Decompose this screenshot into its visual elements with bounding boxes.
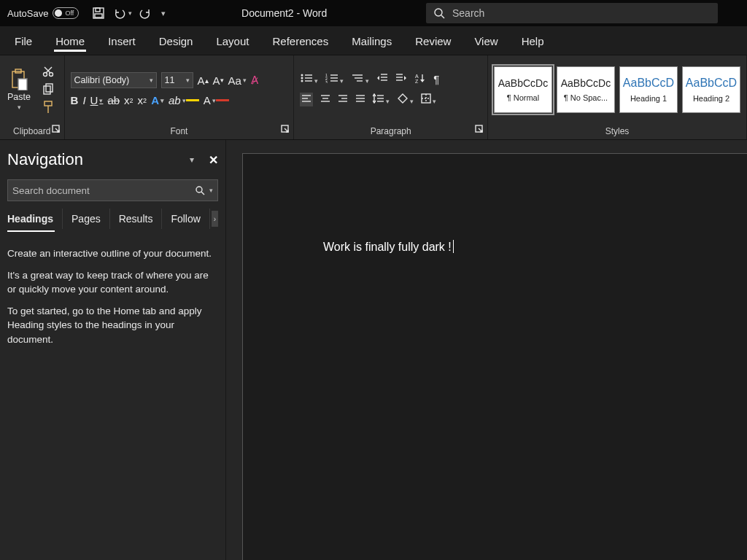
tab-review[interactable]: Review — [403, 29, 462, 55]
nav-tabs-scroll-icon[interactable]: › — [212, 211, 218, 227]
font-launcher-icon[interactable] — [280, 125, 290, 135]
quick-access-toolbar: ▾ ▾ — [86, 7, 171, 20]
nav-menu-icon[interactable]: ▾ — [190, 155, 194, 165]
paragraph-group-label: Paragraph — [371, 126, 411, 136]
save-icon[interactable] — [92, 7, 105, 20]
copy-icon[interactable] — [42, 83, 54, 95]
italic-button[interactable]: I — [82, 94, 85, 106]
svg-point-18 — [301, 74, 303, 76]
nav-hint-2: It's a great way to keep track of where … — [7, 268, 218, 297]
svg-text:3: 3 — [325, 80, 328, 83]
justify-icon[interactable] — [355, 94, 365, 105]
style-normal[interactable]: AaBbCcDc ¶ Normal — [494, 66, 552, 113]
search-icon — [433, 7, 445, 19]
font-color-icon[interactable]: A▾ — [204, 94, 229, 106]
search-placeholder: Search — [452, 7, 484, 19]
svg-point-3 — [435, 9, 442, 16]
group-clipboard: Paste ▾ Clipboard — [0, 55, 65, 139]
clear-formatting-icon[interactable]: A̷ — [251, 74, 258, 87]
svg-text:Z: Z — [415, 79, 419, 83]
style-no-spacing[interactable]: AaBbCcDc ¶ No Spac... — [557, 66, 615, 113]
underline-button[interactable]: U▾ — [90, 94, 104, 106]
svg-line-4 — [441, 15, 444, 18]
change-case-icon[interactable]: Aa▾ — [228, 74, 247, 87]
style-heading-1[interactable]: AaBbCcD Heading 1 — [619, 66, 678, 113]
highlight-color-icon[interactable]: ab▾ — [169, 94, 199, 106]
tell-me-search[interactable]: Search — [426, 3, 718, 23]
clipboard-icon — [9, 69, 28, 90]
paste-button[interactable]: Paste ▾ — [6, 66, 32, 114]
font-group-label: Font — [170, 126, 187, 136]
svg-rect-12 — [44, 86, 50, 94]
svg-rect-7 — [18, 79, 27, 90]
sort-icon[interactable]: AZ — [414, 73, 426, 85]
tab-layout[interactable]: Layout — [204, 29, 260, 55]
title-bar: AutoSave Off ▾ ▾ Document2 - Word Search — [0, 0, 747, 26]
style-heading-2[interactable]: AaBbCcD Heading 2 — [682, 66, 740, 113]
superscript-button[interactable]: x2 — [138, 94, 147, 106]
close-icon[interactable]: ✕ — [209, 153, 218, 167]
styles-group-label: Styles — [605, 126, 630, 136]
grow-font-icon[interactable]: A▴ — [198, 74, 209, 87]
window-title: Document2 - Word — [171, 7, 426, 19]
shrink-font-icon[interactable]: A▾ — [213, 74, 224, 87]
show-marks-icon[interactable]: ¶ — [433, 73, 439, 85]
align-left-icon[interactable] — [300, 93, 313, 106]
tab-design[interactable]: Design — [147, 29, 205, 55]
redo-icon[interactable] — [139, 7, 152, 20]
autosave-switch[interactable]: Off — [53, 7, 79, 19]
numbering-icon[interactable]: 123▾ — [325, 73, 344, 85]
document-body-text[interactable]: Work is finally fully dark ! — [323, 240, 686, 254]
nav-tab-pages[interactable]: Pages — [63, 209, 110, 229]
shading-icon[interactable]: ▾ — [397, 93, 414, 106]
group-font: Calibri (Body)▾ 11▾ A▴ A▾ Aa▾ A̷ B I U▾ … — [65, 55, 295, 139]
tab-help[interactable]: Help — [510, 29, 556, 55]
nav-tab-headings[interactable]: Headings — [7, 209, 63, 229]
line-spacing-icon[interactable]: ▾ — [373, 93, 390, 106]
document-canvas[interactable]: Work is finally fully dark ! — [226, 140, 747, 560]
format-painter-icon[interactable] — [42, 101, 54, 114]
increase-indent-icon[interactable] — [395, 73, 407, 85]
nav-tab-results[interactable]: Results — [110, 209, 163, 229]
paragraph-launcher-icon[interactable] — [474, 125, 484, 135]
clipboard-group-label: Clipboard — [13, 126, 50, 136]
clipboard-launcher-icon[interactable] — [51, 125, 61, 135]
svg-rect-1 — [96, 8, 100, 12]
autosave-label: AutoSave — [7, 8, 48, 19]
text-effects-icon[interactable]: A▾ — [151, 94, 164, 106]
svg-point-8 — [43, 72, 47, 76]
strikethrough-button[interactable]: ab — [107, 94, 120, 106]
svg-text:A: A — [415, 74, 419, 79]
borders-icon[interactable]: ▾ — [421, 93, 436, 106]
navigation-pane: Navigation ▾ ✕ Search document ▾ Heading… — [0, 140, 226, 560]
tab-insert[interactable]: Insert — [96, 29, 147, 55]
nav-tab-follow[interactable]: Follow — [162, 209, 209, 229]
svg-rect-13 — [46, 84, 53, 92]
bullets-icon[interactable]: ▾ — [300, 73, 318, 85]
svg-rect-14 — [44, 101, 52, 106]
paste-label: Paste — [7, 92, 31, 102]
tab-home[interactable]: Home — [44, 29, 96, 55]
customize-qat-icon[interactable]: ▾ — [160, 9, 166, 18]
align-center-icon[interactable] — [320, 94, 330, 105]
font-name-combo[interactable]: Calibri (Body)▾ — [71, 72, 157, 88]
align-right-icon[interactable] — [338, 94, 348, 105]
decrease-indent-icon[interactable] — [376, 73, 388, 85]
tab-mailings[interactable]: Mailings — [340, 29, 403, 55]
undo-icon[interactable]: ▾ — [112, 7, 132, 20]
subscript-button[interactable]: x2 — [124, 94, 133, 106]
nav-hint-1: Create an interactive outline of your do… — [7, 246, 218, 261]
multilevel-list-icon[interactable]: ▾ — [351, 73, 369, 85]
tab-view[interactable]: View — [462, 29, 509, 55]
tab-references[interactable]: References — [260, 29, 340, 55]
ribbon-tabs: File Home Insert Design Layout Reference… — [0, 26, 747, 55]
svg-line-63 — [201, 192, 204, 195]
nav-search-input[interactable]: Search document ▾ — [7, 179, 218, 201]
document-page[interactable]: Work is finally fully dark ! — [242, 153, 747, 560]
cut-icon[interactable] — [42, 66, 54, 77]
tab-file[interactable]: File — [3, 29, 44, 55]
bold-button[interactable]: B — [71, 94, 79, 106]
svg-point-62 — [196, 187, 202, 192]
font-size-combo[interactable]: 11▾ — [161, 72, 193, 88]
autosave-toggle[interactable]: AutoSave Off — [0, 7, 86, 19]
